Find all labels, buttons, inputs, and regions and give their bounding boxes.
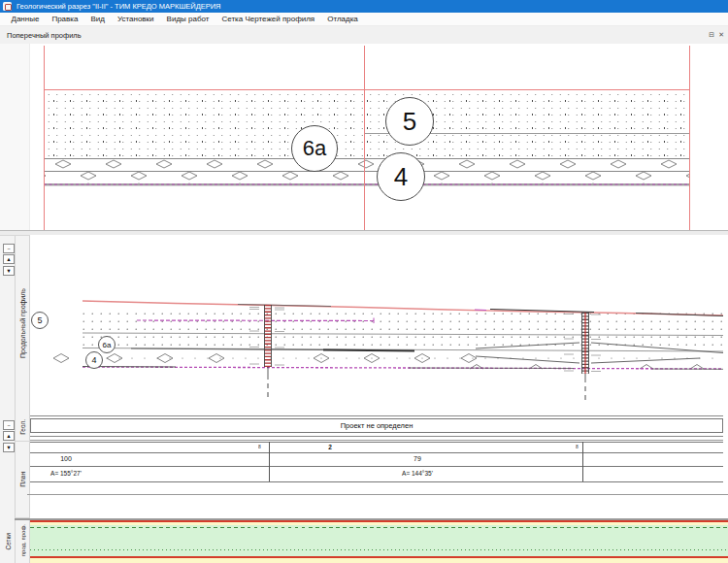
- layer-label-6a: 6а: [303, 136, 326, 161]
- grids-subpanel-label: прод. проф.: [20, 524, 26, 556]
- layer-circle-4: 4: [377, 152, 425, 201]
- span-distance-1: 100: [37, 455, 95, 462]
- profile-label-4: 4: [91, 355, 96, 365]
- grids-green-dashed-line: [30, 527, 728, 529]
- grids-section-label: Сетки: [5, 533, 12, 550]
- grids-green-area: [30, 525, 728, 556]
- window-title: Геологический разрез "II-II" - ТИМ КРЕДО…: [17, 0, 221, 13]
- span-azimuth-2: А= 144°35': [379, 470, 456, 477]
- span-azimuth-1: А= 155°27': [27, 470, 105, 477]
- plan-line: [30, 440, 723, 441]
- menu-setka-chertezhey[interactable]: Сетка Чертежей профиля: [215, 15, 321, 23]
- profile-label-6a: 6а: [103, 341, 112, 349]
- app-icon: [3, 2, 12, 11]
- collapse-button-lower[interactable]: −: [3, 420, 15, 430]
- menu-ustanovki[interactable]: Установки: [111, 15, 160, 23]
- red-section-line-center: [364, 46, 365, 230]
- menu-bar: Данные Правка Вид Установки Виды работ С…: [0, 13, 728, 26]
- project-status-text: Проект не определен: [341, 421, 414, 430]
- grids-section-tab[interactable]: Сетки: [0, 520, 16, 563]
- application-window: Геологический разрез "II-II" - ТИМ КРЕДО…: [0, 0, 728, 563]
- profile-label-5: 5: [37, 315, 42, 325]
- grids-band[interactable]: [30, 520, 728, 563]
- plan-vertex-divider-2: [582, 442, 583, 481]
- long-profile-canvas[interactable]: 5 6а 4: [30, 235, 728, 410]
- close-icon[interactable]: ✕: [718, 30, 724, 39]
- cross-left-margin: [0, 44, 30, 230]
- cross-profile-header: Поперечный профиль ⊟ ✕: [0, 26, 728, 44]
- red-section-line-right: [689, 46, 690, 230]
- grids-green-dotted-line: [30, 549, 728, 551]
- title-bar: Геологический разрез "II-II" - ТИМ КРЕДО…: [0, 0, 728, 13]
- plan-vertex-divider-1: [269, 442, 270, 481]
- plan-grid[interactable]: 2 8 8 100 79 А= 155°27' А= 144°35': [0, 439, 728, 494]
- long-profile-label: Продольный профиль: [19, 288, 26, 358]
- plan-bottom-line: [27, 494, 728, 495]
- plan-line: [30, 481, 723, 482]
- span-distance-2: 79: [388, 455, 447, 462]
- grids-subpanel-tab[interactable]: прод. проф.: [16, 518, 30, 563]
- red-section-line-left: [44, 46, 45, 230]
- menu-vidy-rabot[interactable]: Виды работ: [160, 15, 215, 23]
- pin-icon[interactable]: ⊟: [709, 30, 714, 39]
- geol-tab[interactable]: Геол.: [16, 413, 30, 442]
- layer-circle-5: 5: [385, 97, 434, 146]
- cross-profile-canvas[interactable]: 5 6а 4: [0, 44, 728, 230]
- grids-yellow-strip-bottom: [30, 558, 728, 563]
- collapse-button[interactable]: −: [3, 244, 15, 253]
- layer-circle-6a: 6а: [291, 125, 338, 172]
- long-profile-drawing: 5 6а 4: [30, 235, 728, 410]
- cross-profile-title: Поперечный профиль: [7, 31, 82, 40]
- geol-strip-bottom-line: [30, 436, 723, 437]
- menu-dannye[interactable]: Данные: [5, 15, 46, 23]
- plan-line: [30, 442, 723, 443]
- red-surface-line: [44, 89, 689, 90]
- menu-otladka[interactable]: Отладка: [321, 15, 365, 23]
- layer-label-5: 5: [403, 107, 416, 137]
- geol-strip-top-line: [30, 415, 723, 416]
- menu-vid[interactable]: Вид: [84, 15, 111, 23]
- vertex-marker-1: 8: [258, 444, 261, 450]
- plan-line: [30, 466, 723, 467]
- long-profile-tab[interactable]: Продольный профиль: [16, 236, 30, 410]
- scroll-up-button[interactable]: ▲: [3, 254, 15, 264]
- menu-pravka[interactable]: Правка: [46, 15, 84, 23]
- scroll-down-button[interactable]: ▼: [3, 266, 15, 276]
- vertex-marker-2: 8: [576, 444, 579, 450]
- plan-section-number: 2: [320, 444, 340, 450]
- soil-dots-texture: [44, 90, 689, 158]
- diamond-layer-strips: [44, 158, 689, 188]
- geol-label: Геол.: [19, 419, 26, 435]
- long-profile-button-rail: − ▲ ▼: [0, 236, 16, 410]
- layer-label-4: 4: [394, 162, 408, 192]
- geol-status-box: Проект не определен: [30, 418, 723, 433]
- plan-line: [30, 452, 723, 453]
